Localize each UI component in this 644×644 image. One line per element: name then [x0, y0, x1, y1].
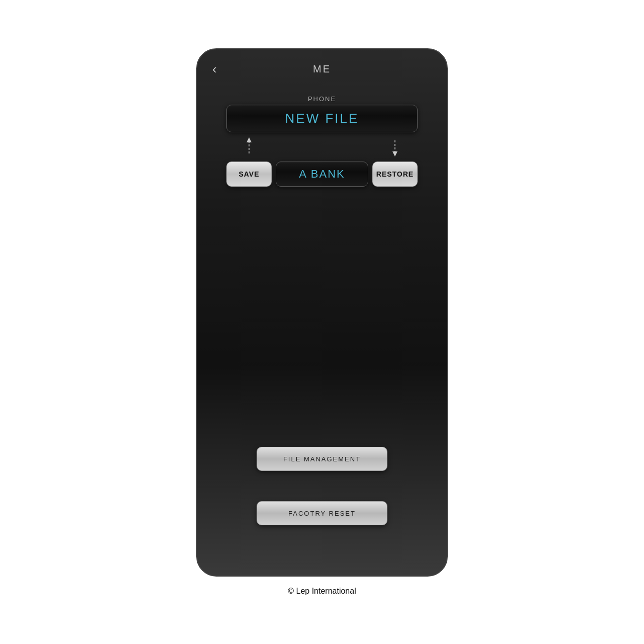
- content-area: PHONE NEW FILE: [197, 80, 447, 576]
- new-file-text: NEW FILE: [285, 111, 359, 126]
- phone-label: PHONE: [308, 95, 336, 103]
- file-management-label: FILE MANAGEMENT: [283, 455, 361, 463]
- file-management-button[interactable]: FILE MANAGEMENT: [257, 447, 387, 471]
- header: ‹ ME: [197, 49, 447, 80]
- a-bank-text: A BANK: [299, 168, 345, 181]
- save-arrow-icon: [244, 137, 254, 156]
- restore-arrow-icon: [390, 137, 400, 156]
- new-file-bar[interactable]: NEW FILE: [226, 105, 418, 132]
- factory-reset-label: FACOTRY RESET: [288, 510, 356, 517]
- copyright: © Lep International: [288, 587, 356, 596]
- page-title: ME: [313, 63, 331, 75]
- save-label: SAVE: [238, 170, 259, 178]
- factory-reset-button[interactable]: FACOTRY RESET: [257, 501, 387, 525]
- bank-row: SAVE A BANK RESTORE: [226, 162, 418, 187]
- restore-button[interactable]: RESTORE: [372, 162, 418, 187]
- restore-label: RESTORE: [376, 170, 414, 178]
- phone-frame: ‹ ME PHONE NEW FILE: [196, 48, 448, 577]
- back-button[interactable]: ‹: [212, 61, 217, 77]
- a-bank-bar[interactable]: A BANK: [276, 162, 368, 187]
- svg-marker-1: [247, 137, 252, 142]
- save-button[interactable]: SAVE: [226, 162, 272, 187]
- svg-marker-3: [392, 151, 397, 156]
